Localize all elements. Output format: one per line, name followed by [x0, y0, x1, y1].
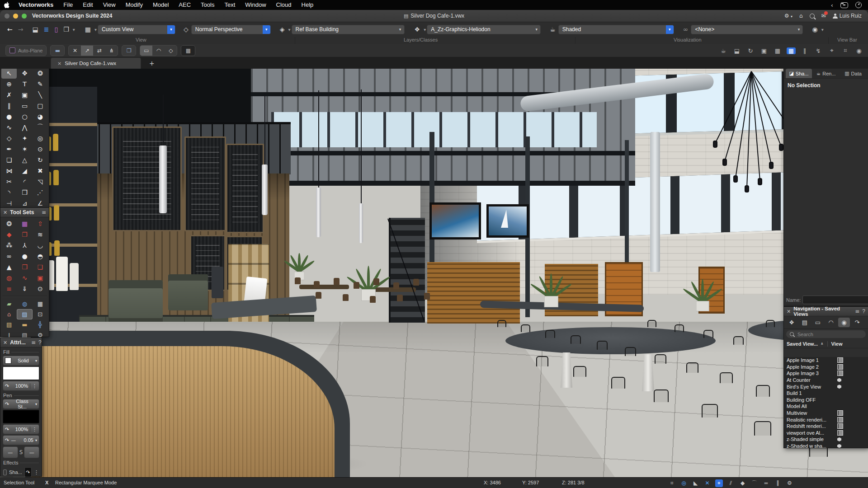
circle-tool[interactable]: ● — [1, 111, 17, 122]
camera-effects-icon[interactable]: ∞ — [680, 26, 691, 33]
kebab-menu-icon[interactable]: ⋮ — [30, 427, 37, 432]
pause-snaps-icon[interactable]: ‖ — [774, 479, 782, 487]
palette-help-icon[interactable]: ? — [38, 339, 42, 346]
kebab-menu-icon[interactable]: ⋮ — [30, 383, 37, 389]
nav-tab-sheet-layers[interactable]: ▭ — [812, 318, 824, 327]
document-tab[interactable]: × Silver Dog Cafe-1.vwx — [51, 57, 141, 69]
menu-item-model[interactable]: Model — [148, 0, 174, 10]
3-point-axis-tool[interactable]: ⅄ — [17, 240, 32, 251]
fullscreen-icon[interactable]: ▣ — [760, 47, 769, 54]
camera-icon[interactable]: ◉ — [809, 26, 820, 33]
saved-view-row[interactable]: Multiview — [784, 410, 868, 417]
taper-face-tool[interactable]: ◆ — [1, 229, 17, 240]
drape-surface-tool[interactable]: ∿ — [17, 272, 32, 283]
new-tab-button[interactable]: + — [149, 58, 155, 69]
menu-item-cloud[interactable]: Cloud — [271, 0, 297, 10]
clock-icon[interactable] — [855, 2, 862, 8]
loft-surface-tool[interactable]: ∞ — [1, 251, 17, 262]
selection-tool[interactable]: ↖ — [1, 68, 17, 79]
sort-ascending-icon[interactable]: ∧ — [821, 342, 824, 346]
snap-to-object-icon[interactable]: ◎ — [680, 479, 688, 487]
select-similar-tool[interactable]: ⊙ — [33, 144, 48, 155]
split-tool[interactable]: ✂ — [1, 176, 17, 187]
extrude-tool[interactable]: ❒ — [17, 187, 32, 198]
callout-tool[interactable]: ✎ — [33, 79, 48, 89]
pen-style-select[interactable]: ↷ Class St... ▾ — [3, 399, 39, 409]
axis-constraint-icon[interactable]: ⋔ — [105, 46, 118, 56]
fillet-solid-tool[interactable]: ❏ — [33, 262, 48, 272]
saved-view-row[interactable]: Realistic renderi... — [784, 416, 868, 423]
object-info-tab-shape[interactable]: ◪Sha... — [786, 69, 812, 78]
saved-view-row[interactable]: Apple Image 2 — [784, 364, 868, 371]
line-weight-select[interactable]: ↷ — 0.05 ▾ — [3, 435, 39, 445]
fill-color-swatch[interactable] — [3, 366, 39, 380]
pen-opacity-control[interactable]: ↷ 100% ⋮ — [3, 424, 39, 434]
mesh-smooth-tool[interactable]: ≡ — [1, 283, 17, 294]
spiral-tool[interactable]: ◎ — [33, 133, 48, 144]
background-toggle-icon[interactable]: ⬓ — [732, 47, 741, 54]
polygon-marquee-icon[interactable]: ◇ — [165, 46, 177, 56]
dims-notes-set[interactable]: ▬ — [17, 319, 32, 330]
offset-tool[interactable]: ◝ — [1, 187, 17, 198]
tangent-snap-icon[interactable]: ⌒ — [750, 479, 758, 487]
search-input[interactable] — [797, 331, 863, 338]
saved-view-row[interactable]: Redshift renderi... — [784, 423, 868, 430]
account-button[interactable]: Luis Ruiz — [833, 13, 862, 19]
rectangle-tool[interactable]: ▭ — [17, 100, 32, 111]
menu-item-aec[interactable]: AEC — [174, 0, 196, 10]
nav-tab-design-layers[interactable]: ▤ — [799, 318, 811, 327]
render-options-icon[interactable]: ☕ — [719, 47, 728, 54]
push-pull-tool[interactable]: ⇧ — [33, 218, 48, 229]
line-end-style-left[interactable]: — — [3, 446, 18, 458]
fit-to-objects-icon[interactable]: ⬓ — [29, 26, 41, 33]
saved-view-row[interactable]: Building OFF — [784, 397, 868, 404]
shear-tool[interactable]: ◢ — [17, 165, 32, 176]
camera-select[interactable]: <None>▾ — [691, 25, 803, 34]
fillet-tool[interactable]: ◜ — [17, 176, 32, 187]
saved-view-row[interactable]: At Counter — [784, 377, 868, 384]
close-window-button[interactable] — [5, 14, 9, 19]
menu-item-tools[interactable]: Tools — [196, 0, 219, 10]
by-class-icon[interactable]: ↷ — [5, 427, 9, 432]
projection-select[interactable]: Normal Perspective▾ — [191, 25, 271, 34]
furnishings-set[interactable]: ▤ — [1, 319, 17, 330]
duplicate-array-tool[interactable]: ❏ — [1, 155, 17, 165]
back-view-button[interactable]: ← — [5, 26, 15, 33]
interactive-scaling-off-icon[interactable]: ✕ — [69, 46, 81, 56]
fill-style-select[interactable]: Solid ▾ — [3, 356, 39, 366]
freehand-tool[interactable]: ∿ — [1, 122, 17, 133]
by-class-icon[interactable]: ↷ — [5, 437, 9, 443]
saved-views-icon[interactable]: ▦ — [82, 26, 94, 33]
mep-set[interactable]: ╬ — [33, 319, 48, 330]
site-planning-set[interactable]: ▰ — [1, 299, 17, 309]
column-header-view[interactable]: View — [827, 341, 851, 347]
snap-to-edge-icon[interactable]: ◆ — [739, 479, 746, 487]
working-plane-button[interactable]: ▬ — [50, 45, 65, 56]
clip-cube-tool[interactable]: ▦ — [17, 218, 32, 229]
multi-pane-icon[interactable]: ▦ — [773, 47, 782, 54]
lasso-marquee-icon[interactable]: ◠ — [152, 46, 165, 56]
auto-plane-toggle[interactable]: Auto-Plane — [5, 45, 47, 56]
name-field-input[interactable] — [802, 296, 868, 304]
by-class-icon[interactable]: ↷ — [5, 383, 9, 389]
split-view-icon[interactable]: ‖ — [800, 47, 809, 54]
view-select[interactable]: Custom View▾ — [98, 25, 175, 34]
visualization-set[interactable]: ▨ — [17, 309, 32, 319]
column-header-saved-view[interactable]: Saved View... — [787, 341, 818, 347]
angle-snap-icon[interactable]: ◣ — [692, 479, 699, 487]
flyover-quick-icon[interactable]: ↯ — [814, 47, 823, 54]
nav-tab-classes[interactable]: ❖ — [786, 318, 797, 327]
project-tool[interactable]: ⇓ — [17, 283, 32, 294]
messages-button[interactable]: ✉ — [821, 13, 826, 19]
move-mode-icon[interactable]: ↗ — [81, 46, 93, 56]
nav-tab-saved-views[interactable]: ◉ — [838, 318, 850, 327]
saved-view-row[interactable]: Bird's Eye View — [784, 383, 868, 390]
target-icon[interactable]: ⌖ — [827, 47, 836, 54]
text-tool[interactable]: T — [17, 79, 32, 89]
trim-tool[interactable]: ✖ — [33, 165, 48, 176]
shadow-style-button[interactable]: ↷ — [24, 467, 32, 477]
regular-polygon-tool[interactable]: ✦ — [17, 133, 32, 144]
double-line-tool[interactable]: ∥ — [1, 100, 17, 111]
active-pane-icon[interactable]: ▦ — [787, 47, 796, 54]
viewport-3d-render[interactable] — [0, 69, 868, 477]
